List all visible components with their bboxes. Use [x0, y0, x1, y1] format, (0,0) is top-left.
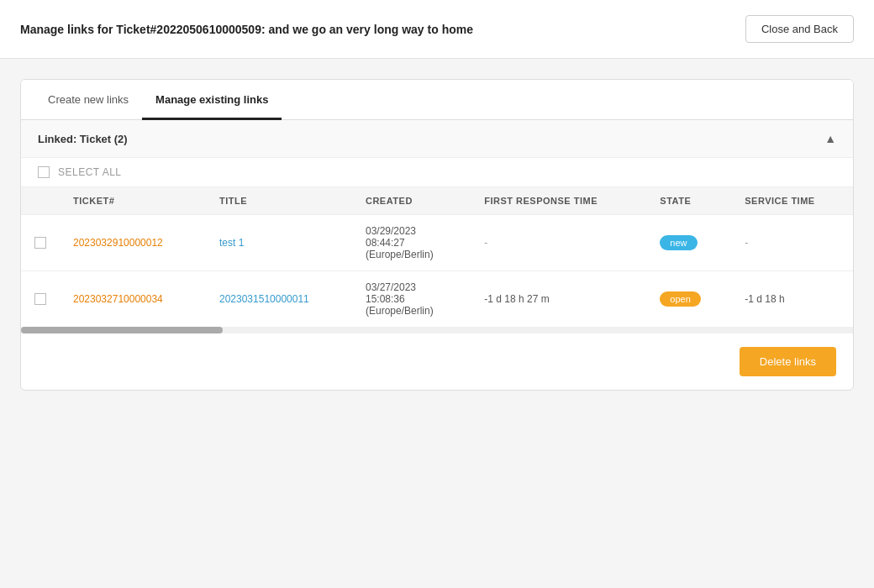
row2-title-link[interactable]: 2023031510000011 [219, 293, 309, 305]
section-header-linked-ticket[interactable]: Linked: Ticket (2) ▲ [21, 120, 853, 158]
close-back-button[interactable]: Close and Back [745, 15, 854, 43]
table-header-row: TICKET# TITLE CREATED FIRST RESPONSE TIM… [21, 187, 853, 215]
row2-checkbox-cell [21, 271, 60, 328]
tab-container: Create new links Manage existing links L… [20, 79, 854, 391]
row1-checkbox-cell [21, 215, 60, 271]
row1-checkbox[interactable] [34, 237, 46, 249]
row2-state: open [646, 271, 731, 328]
row2-checkbox[interactable] [34, 293, 46, 305]
row1-title: test 1 [206, 215, 352, 271]
col-header-checkbox [21, 187, 60, 215]
row2-state-badge: open [660, 291, 700, 307]
row2-ticket-number: 2023032710000034 [60, 271, 206, 328]
row1-state: new [646, 215, 731, 271]
select-all-label: SELECT ALL [58, 166, 122, 178]
footer-actions: Delete links [21, 333, 853, 390]
tab-manage-existing-links[interactable]: Manage existing links [142, 80, 282, 120]
select-all-checkbox[interactable] [38, 166, 50, 178]
horizontal-scrollbar[interactable] [21, 327, 853, 333]
chevron-up-icon: ▲ [824, 132, 836, 145]
col-header-ticket: TICKET# [60, 187, 206, 215]
table-row: 2023032710000034 2023031510000011 03/27/… [21, 271, 853, 328]
row1-created: 03/29/2023 08:44:27 (Europe/Berlin) [352, 215, 471, 271]
main-content: Create new links Manage existing links L… [0, 59, 874, 411]
col-header-state: STATE [646, 187, 731, 215]
page-title: Manage links for Ticket#2022050610000509… [20, 23, 473, 36]
col-header-created: CREATED [352, 187, 471, 215]
row1-state-badge: new [660, 235, 697, 250]
row1-title-link[interactable]: test 1 [219, 237, 244, 249]
delete-links-button[interactable]: Delete links [740, 347, 836, 376]
row2-title: 2023031510000011 [206, 271, 352, 328]
col-header-first-response: FIRST RESPONSE TIME [471, 187, 646, 215]
row1-service-time: - [731, 215, 853, 271]
row1-first-response: - [471, 215, 646, 271]
row2-created: 03/27/2023 15:08:36 (Europe/Berlin) [352, 271, 471, 328]
linked-tickets-table: TICKET# TITLE CREATED FIRST RESPONSE TIM… [21, 187, 853, 327]
col-header-title: TITLE [206, 187, 352, 215]
row2-first-response: -1 d 18 h 27 m [471, 271, 646, 328]
page-header: Manage links for Ticket#2022050610000509… [0, 0, 874, 59]
col-header-service-time: SERVICE TIME [731, 187, 853, 215]
table-row: 2023032910000012 test 1 03/29/2023 08:44… [21, 215, 853, 271]
tab-bar: Create new links Manage existing links [21, 80, 853, 120]
section-title: Linked: Ticket (2) [38, 133, 128, 145]
tab-content-manage: Linked: Ticket (2) ▲ SELECT ALL TICKET# … [21, 120, 853, 390]
row2-service-time: -1 d 18 h [731, 271, 853, 328]
scrollbar-thumb[interactable] [21, 327, 223, 333]
row1-ticket-number: 2023032910000012 [60, 215, 206, 271]
select-all-row: SELECT ALL [21, 158, 853, 187]
tab-create-new-links[interactable]: Create new links [34, 80, 142, 120]
